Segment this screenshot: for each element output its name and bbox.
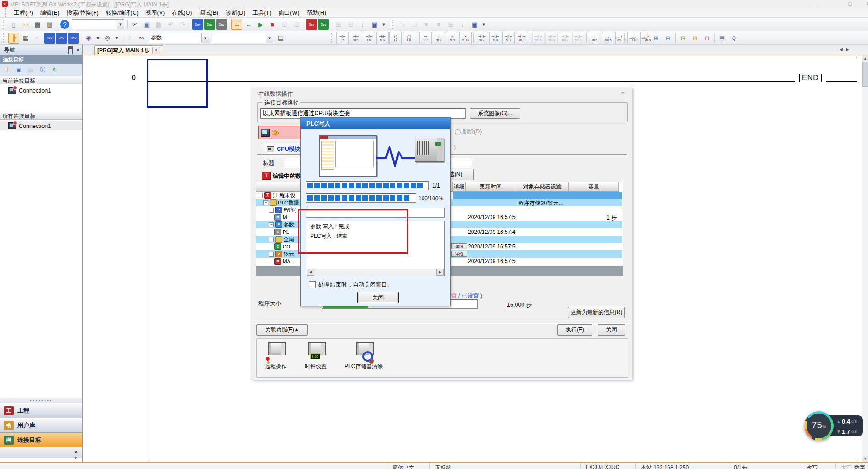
transfer-setup-icon[interactable]: ↓ xyxy=(357,19,368,30)
scroll-right-icon[interactable]: ▶ xyxy=(436,269,444,276)
watch-stop-icon[interactable]: ⊡ xyxy=(291,19,302,30)
scroll-down-icon[interactable]: ▼ xyxy=(862,456,868,462)
combo-dropdown-arrow-icon[interactable]: ▾ xyxy=(117,20,124,29)
menu-item[interactable]: 窗口(W) xyxy=(275,8,303,18)
tree-item[interactable]: GPL xyxy=(274,229,289,235)
refresh-icon[interactable]: ↻ xyxy=(49,64,60,75)
tree-item[interactable]: −P程序( xyxy=(269,207,296,213)
related-function-clock-setting[interactable]: 时钟设置 xyxy=(305,342,327,370)
undo-icon[interactable]: ↶ xyxy=(165,19,176,30)
scrollbar-thumb[interactable] xyxy=(862,62,868,87)
progress-close-button[interactable]: 关闭 xyxy=(357,292,399,303)
menu-item[interactable]: 搜索/替换(F) xyxy=(63,8,102,18)
monitor-stop-icon[interactable]: ■ xyxy=(267,19,278,30)
table-header-2[interactable]: 更新时间 xyxy=(466,182,516,192)
tree-item[interactable]: −P参数 xyxy=(269,221,294,228)
watch-start-icon[interactable]: ⊡ xyxy=(279,19,290,30)
read-from-plc-icon[interactable]: ← xyxy=(243,19,254,30)
combo-dropdown-arrow-icon[interactable]: ▾ xyxy=(201,33,209,43)
tree-expand-icon[interactable]: − xyxy=(258,193,263,198)
ladder-tool-saF6[interactable]: ⊣↑⊢saF6 xyxy=(545,32,558,44)
tree-item[interactable]: −PLC数据 xyxy=(263,199,299,206)
ladder-dev-split-icon[interactable]: Dev xyxy=(68,33,79,44)
menu-item[interactable]: 诊断(D) xyxy=(222,8,249,18)
device-write-dev-icon[interactable]: Dev xyxy=(192,19,203,30)
new-file-icon[interactable]: ▯ xyxy=(8,19,19,30)
delete-line-icon[interactable]: ⊣⊢ xyxy=(639,33,650,44)
tree-expand-icon[interactable]: − xyxy=(269,222,274,227)
tree-item[interactable]: −D软元 xyxy=(269,251,294,257)
find-in-document-icon[interactable]: ▤ xyxy=(275,33,286,44)
toolbar-overflow-icon[interactable]: ▾ xyxy=(481,19,487,30)
close-button[interactable]: ✕ xyxy=(863,1,868,7)
tab-scroll-right-icon[interactable]: ▶ xyxy=(846,47,850,52)
tree-item[interactable]: −全局 xyxy=(269,236,294,243)
ladder-tool-F9[interactable]: ─F9 xyxy=(419,32,432,44)
ladder-tool-sF9[interactable]: │sF9 xyxy=(433,32,445,44)
nav-button-project-nav[interactable]: 工工程 xyxy=(0,403,82,418)
ladder-tool-sF6[interactable]: ⊣/⊢sF6 xyxy=(376,32,389,44)
scroll-up-icon[interactable]: ▲ xyxy=(862,55,868,61)
tree-expand-icon[interactable]: − xyxy=(269,237,274,242)
menu-item[interactable]: 转换/编译(C) xyxy=(102,8,142,18)
refresh-info-button[interactable]: 更新为最新的信息(R) xyxy=(568,307,625,318)
device-hex-dev-icon[interactable]: Dev xyxy=(216,19,227,30)
open-file-icon[interactable]: ▱ xyxy=(20,19,31,30)
editor-vertical-scrollbar[interactable]: ▲ ▼ xyxy=(862,55,868,462)
device-zoom-icon[interactable]: ◎ xyxy=(102,33,113,44)
statement-edit-icon[interactable]: ⊡ xyxy=(690,33,701,44)
help-question-icon[interactable]: ? xyxy=(125,33,134,43)
simulation-read-icon[interactable]: ⊞ xyxy=(333,19,344,30)
nav-button-user-library[interactable]: 书用户库 xyxy=(0,418,82,433)
property-icon[interactable]: ⓘ xyxy=(37,64,48,75)
menu-item[interactable]: 帮助(H) xyxy=(303,8,329,18)
print-icon[interactable]: ▥ xyxy=(44,19,55,30)
ladder-tool-F8[interactable]: { }F8 xyxy=(403,32,415,44)
tree-item[interactable]: MM xyxy=(274,214,287,221)
delete-row-icon[interactable]: ⊟ xyxy=(662,33,673,44)
system-image-button[interactable]: 系统图像(G)... xyxy=(470,108,520,119)
copy-icon[interactable]: ▣ xyxy=(141,19,152,30)
ladder-tool-aF7[interactable]: ⊣↑⊢aF7 xyxy=(502,32,515,44)
dropdown-arrow-icon[interactable]: ▾ xyxy=(95,33,101,44)
tree-expand-icon[interactable]: − xyxy=(263,200,268,205)
tab-close-icon[interactable]: × xyxy=(152,47,160,54)
device-monitor-dev-icon[interactable]: Dev xyxy=(204,19,215,30)
ladder-dev-grid-icon[interactable]: Dev xyxy=(56,33,67,44)
ladder-tool-saF5[interactable]: ⊣↑⊢saF5 xyxy=(532,32,545,44)
debug-start-icon[interactable]: ▷ xyxy=(397,19,408,30)
ladder-tool-aF5[interactable]: ↑aF5 xyxy=(589,32,601,44)
ladder-tool-F5[interactable]: ⊣⊢F5 xyxy=(336,32,349,44)
parameter-combobox[interactable]: 参数▾ xyxy=(149,33,209,43)
paste-icon[interactable]: ▤ xyxy=(153,19,164,30)
auto-close-checkbox[interactable] xyxy=(309,281,316,288)
note-edit-icon[interactable]: ⊡ xyxy=(701,33,712,44)
pin-icon[interactable] xyxy=(68,46,73,54)
nav-button-connection-destination[interactable]: 网连接目标 xyxy=(0,433,82,447)
ladder-tool-F6[interactable]: ⊣/⊢F6 xyxy=(363,32,375,44)
comment-edit-icon[interactable]: ⊡ xyxy=(678,33,689,44)
edit-line-icon[interactable]: ⊣⊢ xyxy=(627,33,638,44)
ladder-cursor[interactable] xyxy=(147,59,208,108)
monitor-screen-icon[interactable]: ▣ xyxy=(369,19,380,30)
dropdown-arrow-icon[interactable]: ▾ xyxy=(381,19,387,30)
ladder-tool-sF5[interactable]: ⊣⊢sF5 xyxy=(350,32,362,44)
history-combobox[interactable]: ▾ xyxy=(72,19,124,29)
log-horizontal-scrollbar[interactable]: ◀ ▶ xyxy=(307,269,444,276)
nav-more-button[interactable]: » ▼ xyxy=(0,447,82,458)
related-functions-button[interactable]: 关联功能(F)▲ xyxy=(256,324,308,336)
detail-button[interactable]: 详细 xyxy=(451,243,467,249)
copy-connection-icon[interactable]: ▣ xyxy=(13,64,24,75)
device-display-icon[interactable]: ◉ xyxy=(83,33,94,44)
inline-st-icon[interactable]: ST xyxy=(612,33,623,44)
tree-expand-icon[interactable]: − xyxy=(269,208,274,213)
tree-expand-icon[interactable]: − xyxy=(269,252,274,257)
scroll-left-icon[interactable]: ◀ xyxy=(307,269,314,276)
menu-item[interactable]: 在线(O) xyxy=(168,8,195,18)
dev-green-icon[interactable]: Dev xyxy=(318,19,329,30)
tree-item[interactable]: −工(工程未设 xyxy=(258,192,295,199)
dialog-close-icon[interactable]: × xyxy=(618,90,628,98)
ladder-tool-sF7[interactable]: ⊣↑⊢sF7 xyxy=(476,32,488,44)
tab-cpu-module[interactable]: CPU模块 xyxy=(261,143,307,155)
tab-main-program[interactable]: [PRG]写入 MAIN 1步 × xyxy=(94,45,163,55)
